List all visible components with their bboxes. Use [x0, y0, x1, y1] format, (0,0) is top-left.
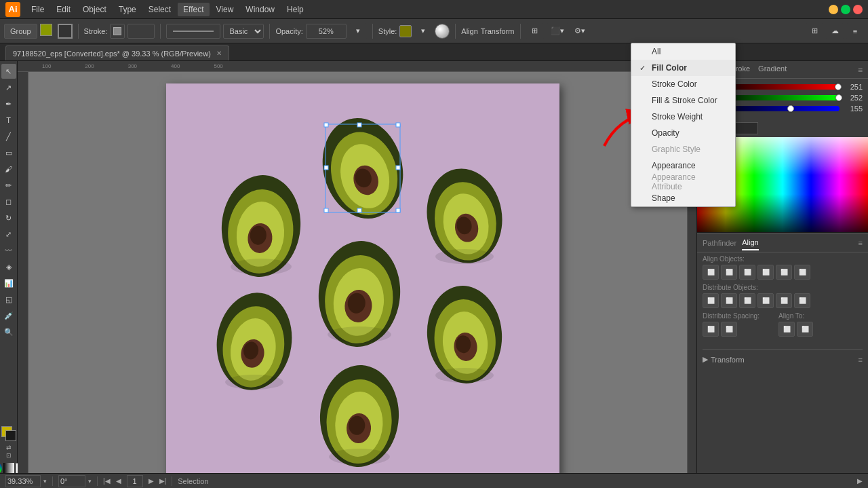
type-tool[interactable]: T [1, 113, 16, 128]
pathfinder-tab[interactable]: Pathfinder [703, 236, 736, 250]
dropdown-item-opacity[interactable]: Opacity [631, 125, 735, 141]
prev-page-btn[interactable]: ◀ [116, 477, 121, 485]
paintbrush-tool[interactable]: 🖌 [1, 162, 16, 176]
status-sep1 [52, 476, 53, 486]
rotate-tool[interactable]: ↻ [1, 210, 16, 225]
play-btn[interactable]: ▶ [857, 477, 863, 485]
hamburger-btn[interactable]: ≡ [846, 23, 864, 39]
menu-edit[interactable]: Edit [51, 3, 76, 16]
dropdown-item-all[interactable]: All [631, 43, 735, 60]
dist-top-btn[interactable]: ⬜ [703, 293, 719, 308]
angle-dropdown-btn[interactable]: ▾ [88, 478, 92, 485]
stroke-weight-select[interactable] [127, 24, 155, 39]
fill-color-swatch[interactable] [40, 24, 55, 39]
cloud-btn[interactable]: ☁ [826, 23, 844, 39]
dist-center-h-btn[interactable]: ⬜ [776, 293, 792, 308]
minimize-btn[interactable] [829, 5, 838, 14]
eraser-tool[interactable]: ◻ [1, 194, 16, 209]
angle-input[interactable] [58, 475, 85, 487]
align-left-btn[interactable]: ⬜ [703, 265, 719, 280]
menu-bar: Ai File Edit Object Type Select Effect V… [0, 0, 868, 19]
distribute-objects-label: Distribute Objects: [703, 284, 770, 291]
quick-actions-btn[interactable]: ⚙▾ [571, 23, 589, 39]
align-to-artboard-btn[interactable]: ⬜ [797, 322, 813, 337]
zoom-input[interactable] [5, 475, 41, 487]
dropdown-item-stroke-weight[interactable]: Stroke Weight [631, 109, 735, 125]
graph-tool[interactable]: 📊 [1, 276, 16, 290]
svg-rect-47 [396, 166, 400, 170]
direct-selection-tool[interactable]: ↗ [1, 80, 16, 95]
line-tool[interactable]: ╱ [1, 129, 16, 144]
pathfinder-align-tabs: Pathfinder Align ≡ [697, 233, 868, 252]
align-right-btn[interactable]: ⬜ [739, 265, 755, 280]
recolor-btn[interactable]: ⬛▾ [547, 23, 568, 39]
menu-help[interactable]: Help [281, 3, 309, 16]
svg-rect-43 [324, 123, 328, 127]
dist-center-v-btn[interactable]: ⬜ [721, 293, 737, 308]
next-page-btn[interactable]: ▶ [149, 477, 154, 485]
stroke-swatch[interactable] [58, 24, 73, 39]
align-center-v-btn[interactable]: ⬜ [776, 265, 792, 280]
panel-options-btn[interactable]: ≡ [859, 239, 863, 247]
dropdown-item-fill-color[interactable]: ✓ Fill Color [631, 60, 735, 76]
doc-tab-close[interactable]: ✕ [216, 50, 222, 57]
align-bottom-btn[interactable]: ⬜ [794, 265, 810, 280]
menu-type[interactable]: Type [113, 3, 142, 16]
fill-color-indicator[interactable] [1, 426, 16, 441]
dropdown-item-appearance[interactable]: Appearance [631, 157, 735, 174]
document-tab[interactable]: 97188520_eps [Converted].eps* @ 39.33 % … [5, 45, 229, 60]
menu-window[interactable]: Window [240, 3, 280, 16]
dist-bottom-btn[interactable]: ⬜ [739, 293, 755, 308]
last-page-btn[interactable]: ▶| [159, 477, 167, 485]
style-color-btn[interactable] [399, 25, 412, 37]
dist-right-btn[interactable]: ⬜ [794, 293, 810, 308]
dropdown-item-stroke-color[interactable]: Stroke Color [631, 76, 735, 92]
dist-h-spacing-btn[interactable]: ⬜ [721, 322, 737, 337]
style-options-btn[interactable]: ▾ [414, 23, 432, 39]
arrange-btn[interactable]: ⊞ [526, 23, 544, 39]
align-tab[interactable]: Align [742, 236, 758, 250]
menu-object[interactable]: Object [77, 3, 112, 16]
style-sphere-btn[interactable] [435, 24, 450, 39]
menu-select[interactable]: Select [143, 3, 176, 16]
gradient-tab[interactable]: Gradient [758, 64, 787, 75]
menu-effect[interactable]: Effect [178, 3, 209, 16]
stroke-color-btn[interactable] [110, 24, 125, 39]
zoom-dropdown-btn[interactable]: ▾ [43, 478, 47, 485]
page-input[interactable] [127, 475, 143, 487]
blend-mode-select[interactable]: Basic [223, 24, 264, 39]
dist-v-spacing-btn[interactable]: ⬜ [703, 322, 719, 337]
blend-tool[interactable]: ◈ [1, 259, 16, 274]
dist-left-btn[interactable]: ⬜ [757, 293, 774, 308]
pen-tool[interactable]: ✒ [1, 96, 16, 111]
align-objects-row: ⬜ ⬜ ⬜ ⬜ ⬜ ⬜ [703, 265, 863, 280]
gradient-mode-btn[interactable] [3, 463, 14, 474]
zoom-tool[interactable]: 🔍 [1, 324, 16, 339]
color-mode-btn[interactable] [0, 463, 2, 474]
eyedropper-tool[interactable]: 💉 [1, 308, 16, 323]
menu-file[interactable]: File [26, 3, 50, 16]
dropdown-item-fill-stroke-color[interactable]: Fill & Stroke Color [631, 92, 735, 109]
first-page-btn[interactable]: |◀ [103, 477, 111, 485]
color-panel-menu[interactable]: ≡ [858, 65, 863, 75]
dropdown-item-shape[interactable]: Shape [631, 190, 735, 206]
selection-tool[interactable]: ↖ [1, 64, 16, 79]
shape-tool[interactable]: ▭ [1, 145, 16, 160]
opacity-input[interactable] [306, 24, 347, 39]
pencil-tool[interactable]: ✏ [1, 178, 16, 193]
arrange-panels-btn[interactable]: ⊞ [806, 23, 823, 39]
transform-panel-menu[interactable]: ≡ [859, 356, 863, 364]
align-to-selection-btn[interactable]: ⬜ [778, 322, 795, 337]
close-btn[interactable] [853, 5, 863, 14]
align-top-btn[interactable]: ⬜ [757, 265, 774, 280]
gradient-tool[interactable]: ◱ [1, 292, 16, 307]
menu-view[interactable]: View [211, 3, 239, 16]
default-colors-btn[interactable]: ⊡ [6, 452, 12, 459]
swap-colors-btn[interactable]: ⇄ [6, 444, 12, 451]
opacity-options-btn[interactable]: ▾ [349, 23, 367, 39]
svg-point-39 [225, 375, 283, 390]
warp-tool[interactable]: 〰 [1, 243, 16, 258]
maximize-btn[interactable] [841, 5, 850, 14]
align-center-h-btn[interactable]: ⬜ [721, 265, 737, 280]
scale-tool[interactable]: ⤢ [1, 227, 16, 242]
